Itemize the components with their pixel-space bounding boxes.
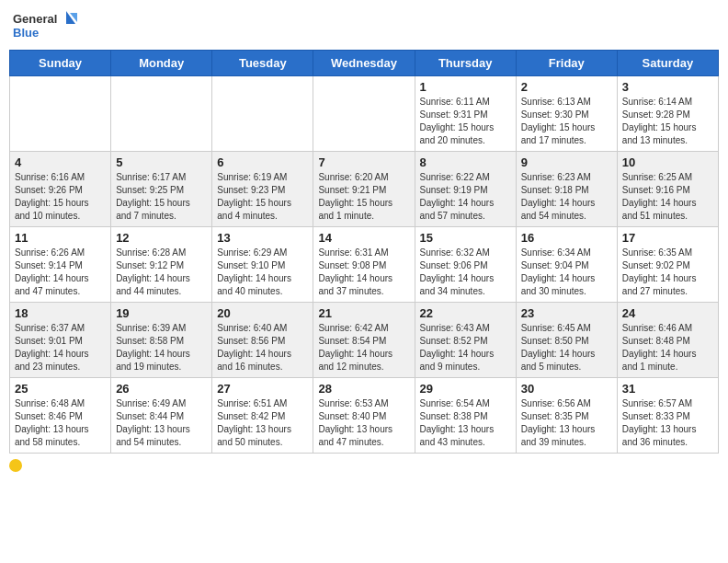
- weekday-header: Saturday: [617, 51, 718, 76]
- calendar-week: 4Sunrise: 6:16 AM Sunset: 9:26 PM Daylig…: [10, 152, 719, 227]
- calendar-cell: [10, 76, 111, 152]
- day-number: 30: [521, 382, 612, 396]
- calendar-cell: 16Sunrise: 6:34 AM Sunset: 9:04 PM Dayli…: [516, 227, 617, 303]
- calendar-cell: 19Sunrise: 6:39 AM Sunset: 8:58 PM Dayli…: [111, 303, 212, 378]
- day-info: Sunrise: 6:25 AM Sunset: 9:16 PM Dayligh…: [622, 171, 713, 223]
- calendar-cell: [313, 76, 415, 152]
- day-number: 22: [420, 306, 511, 320]
- day-info: Sunrise: 6:48 AM Sunset: 8:46 PM Dayligh…: [15, 397, 106, 449]
- day-info: Sunrise: 6:40 AM Sunset: 8:56 PM Dayligh…: [217, 322, 308, 373]
- calendar-cell: 7Sunrise: 6:20 AM Sunset: 9:21 PM Daylig…: [313, 152, 415, 227]
- day-info: Sunrise: 6:51 AM Sunset: 8:42 PM Dayligh…: [217, 397, 308, 449]
- weekday-header: Wednesday: [313, 51, 415, 76]
- calendar-cell: 18Sunrise: 6:37 AM Sunset: 9:01 PM Dayli…: [10, 303, 111, 378]
- calendar-cell: 24Sunrise: 6:46 AM Sunset: 8:48 PM Dayli…: [617, 303, 718, 378]
- day-info: Sunrise: 6:19 AM Sunset: 9:23 PM Dayligh…: [217, 171, 308, 223]
- day-info: Sunrise: 6:49 AM Sunset: 8:44 PM Dayligh…: [116, 397, 207, 449]
- logo: General Blue: [13, 9, 77, 42]
- calendar-cell: 14Sunrise: 6:31 AM Sunset: 9:08 PM Dayli…: [313, 227, 415, 303]
- day-info: Sunrise: 6:39 AM Sunset: 8:58 PM Dayligh…: [116, 322, 207, 373]
- day-number: 21: [318, 306, 409, 320]
- calendar: SundayMondayTuesdayWednesdayThursdayFrid…: [9, 50, 719, 454]
- day-number: 1: [420, 80, 511, 94]
- calendar-cell: 23Sunrise: 6:45 AM Sunset: 8:50 PM Dayli…: [516, 303, 617, 378]
- calendar-cell: 15Sunrise: 6:32 AM Sunset: 9:06 PM Dayli…: [415, 227, 516, 303]
- day-number: 3: [622, 80, 713, 94]
- day-info: Sunrise: 6:28 AM Sunset: 9:12 PM Dayligh…: [116, 247, 207, 298]
- day-info: Sunrise: 6:23 AM Sunset: 9:18 PM Dayligh…: [521, 171, 612, 223]
- day-number: 8: [420, 155, 511, 169]
- weekday-header: Tuesday: [212, 51, 313, 76]
- calendar-cell: 3Sunrise: 6:14 AM Sunset: 9:28 PM Daylig…: [617, 76, 718, 152]
- calendar-cell: 10Sunrise: 6:25 AM Sunset: 9:16 PM Dayli…: [617, 152, 718, 227]
- calendar-cell: 6Sunrise: 6:19 AM Sunset: 9:23 PM Daylig…: [212, 152, 313, 227]
- day-info: Sunrise: 6:45 AM Sunset: 8:50 PM Dayligh…: [521, 322, 612, 373]
- day-info: Sunrise: 6:53 AM Sunset: 8:40 PM Dayligh…: [318, 397, 409, 449]
- day-number: 18: [15, 306, 106, 320]
- calendar-week: 1Sunrise: 6:11 AM Sunset: 9:31 PM Daylig…: [10, 76, 719, 152]
- day-info: Sunrise: 6:54 AM Sunset: 8:38 PM Dayligh…: [420, 397, 511, 449]
- calendar-cell: 2Sunrise: 6:13 AM Sunset: 9:30 PM Daylig…: [516, 76, 617, 152]
- svg-text:Blue: Blue: [13, 26, 39, 40]
- day-number: 28: [318, 382, 409, 396]
- calendar-cell: 4Sunrise: 6:16 AM Sunset: 9:26 PM Daylig…: [10, 152, 111, 227]
- calendar-cell: 12Sunrise: 6:28 AM Sunset: 9:12 PM Dayli…: [111, 227, 212, 303]
- calendar-cell: 8Sunrise: 6:22 AM Sunset: 9:19 PM Daylig…: [415, 152, 516, 227]
- day-number: 15: [420, 231, 511, 245]
- weekday-header: Thursday: [415, 51, 516, 76]
- day-number: 27: [217, 382, 308, 396]
- calendar-header: SundayMondayTuesdayWednesdayThursdayFrid…: [10, 51, 719, 76]
- day-number: 4: [15, 155, 106, 169]
- calendar-cell: 31Sunrise: 6:57 AM Sunset: 8:33 PM Dayli…: [617, 378, 718, 454]
- day-info: Sunrise: 6:13 AM Sunset: 9:30 PM Dayligh…: [521, 96, 612, 147]
- daylight-icon: [9, 459, 22, 472]
- day-number: 17: [622, 231, 713, 245]
- day-number: 26: [116, 382, 207, 396]
- day-number: 6: [217, 155, 308, 169]
- day-info: Sunrise: 6:43 AM Sunset: 8:52 PM Dayligh…: [420, 322, 511, 373]
- calendar-cell: 28Sunrise: 6:53 AM Sunset: 8:40 PM Dayli…: [313, 378, 415, 454]
- calendar-cell: 29Sunrise: 6:54 AM Sunset: 8:38 PM Dayli…: [415, 378, 516, 454]
- day-number: 13: [217, 231, 308, 245]
- day-info: Sunrise: 6:16 AM Sunset: 9:26 PM Dayligh…: [15, 171, 106, 223]
- calendar-cell: 9Sunrise: 6:23 AM Sunset: 9:18 PM Daylig…: [516, 152, 617, 227]
- calendar-cell: 17Sunrise: 6:35 AM Sunset: 9:02 PM Dayli…: [617, 227, 718, 303]
- day-info: Sunrise: 6:56 AM Sunset: 8:35 PM Dayligh…: [521, 397, 612, 449]
- footer-note: [9, 459, 719, 472]
- calendar-cell: 30Sunrise: 6:56 AM Sunset: 8:35 PM Dayli…: [516, 378, 617, 454]
- day-info: Sunrise: 6:57 AM Sunset: 8:33 PM Dayligh…: [622, 397, 713, 449]
- day-number: 31: [622, 382, 713, 396]
- day-info: Sunrise: 6:46 AM Sunset: 8:48 PM Dayligh…: [622, 322, 713, 373]
- day-number: 16: [521, 231, 612, 245]
- calendar-cell: 20Sunrise: 6:40 AM Sunset: 8:56 PM Dayli…: [212, 303, 313, 378]
- day-number: 5: [116, 155, 207, 169]
- svg-text:General: General: [13, 12, 57, 26]
- calendar-cell: 22Sunrise: 6:43 AM Sunset: 8:52 PM Dayli…: [415, 303, 516, 378]
- day-number: 7: [318, 155, 409, 169]
- calendar-body: 1Sunrise: 6:11 AM Sunset: 9:31 PM Daylig…: [10, 76, 719, 454]
- day-number: 24: [622, 306, 713, 320]
- day-info: Sunrise: 6:35 AM Sunset: 9:02 PM Dayligh…: [622, 247, 713, 298]
- day-info: Sunrise: 6:22 AM Sunset: 9:19 PM Dayligh…: [420, 171, 511, 223]
- day-info: Sunrise: 6:34 AM Sunset: 9:04 PM Dayligh…: [521, 247, 612, 298]
- calendar-week: 25Sunrise: 6:48 AM Sunset: 8:46 PM Dayli…: [10, 378, 719, 454]
- day-info: Sunrise: 6:37 AM Sunset: 9:01 PM Dayligh…: [15, 322, 106, 373]
- calendar-cell: [111, 76, 212, 152]
- day-number: 19: [116, 306, 207, 320]
- calendar-cell: 1Sunrise: 6:11 AM Sunset: 9:31 PM Daylig…: [415, 76, 516, 152]
- day-info: Sunrise: 6:20 AM Sunset: 9:21 PM Dayligh…: [318, 171, 409, 223]
- calendar-cell: 25Sunrise: 6:48 AM Sunset: 8:46 PM Dayli…: [10, 378, 111, 454]
- day-info: Sunrise: 6:29 AM Sunset: 9:10 PM Dayligh…: [217, 247, 308, 298]
- day-number: 11: [15, 231, 106, 245]
- weekday-header: Monday: [111, 51, 212, 76]
- calendar-cell: 11Sunrise: 6:26 AM Sunset: 9:14 PM Dayli…: [10, 227, 111, 303]
- header: General Blue: [9, 9, 719, 42]
- day-info: Sunrise: 6:11 AM Sunset: 9:31 PM Dayligh…: [420, 96, 511, 147]
- calendar-cell: [212, 76, 313, 152]
- day-info: Sunrise: 6:42 AM Sunset: 8:54 PM Dayligh…: [318, 322, 409, 373]
- calendar-cell: 5Sunrise: 6:17 AM Sunset: 9:25 PM Daylig…: [111, 152, 212, 227]
- calendar-cell: 26Sunrise: 6:49 AM Sunset: 8:44 PM Dayli…: [111, 378, 212, 454]
- logo-svg: General Blue: [13, 9, 77, 42]
- day-number: 23: [521, 306, 612, 320]
- day-number: 12: [116, 231, 207, 245]
